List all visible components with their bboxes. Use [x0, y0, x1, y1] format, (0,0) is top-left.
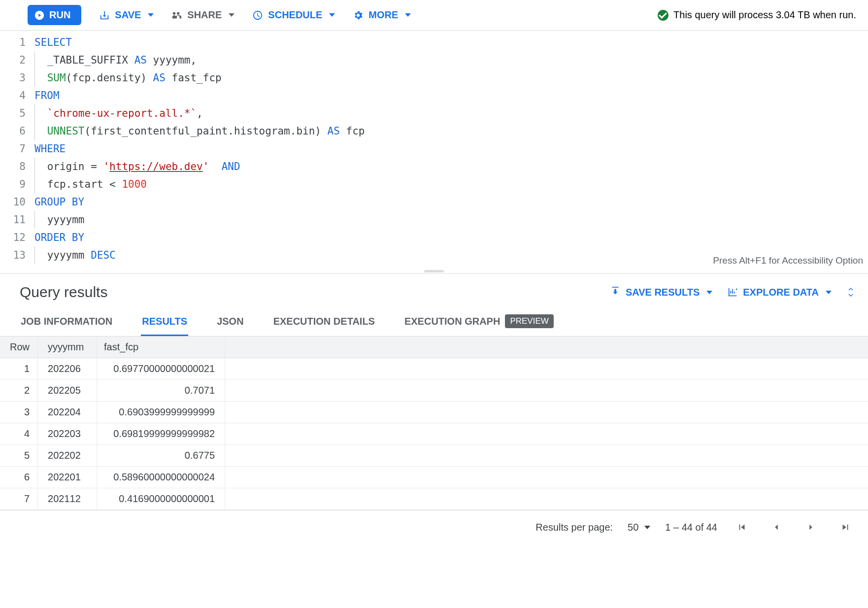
a11y-hint: Press Alt+F1 for Accessibility Option — [713, 255, 863, 266]
share-icon — [171, 10, 182, 21]
col-fast-fcp[interactable]: fast_fcp — [97, 337, 225, 358]
cell-yyyymm: 202201 — [38, 467, 97, 488]
table-row[interactable]: 52022020.6775 — [0, 445, 868, 467]
cell-fast-fcp: 0.69819999999999982 — [97, 423, 225, 445]
col-yyyymm[interactable]: yyyymm — [38, 337, 97, 358]
code-line[interactable]: 9 fcp.start < 1000 — [0, 175, 868, 193]
schedule-button[interactable]: SCHEDULE — [252, 9, 335, 21]
explore-data-button[interactable]: EXPLORE DATA — [727, 287, 832, 298]
chart-icon — [727, 287, 738, 298]
table-row[interactable]: 12022060.69770000000000021 — [0, 358, 868, 380]
code-content[interactable]: GROUP BY — [34, 193, 868, 211]
code-content[interactable]: _TABLE_SUFFIX AS yyyymm, — [34, 51, 868, 69]
line-number: 6 — [0, 122, 34, 140]
code-line[interactable]: 8 origin = 'https://web.dev' AND — [0, 158, 868, 175]
line-number: 7 — [0, 140, 34, 158]
schedule-label: SCHEDULE — [268, 9, 322, 21]
cell-row: 4 — [0, 423, 38, 445]
code-line[interactable]: 12ORDER BY — [0, 229, 868, 246]
explore-data-label: EXPLORE DATA — [743, 287, 819, 298]
more-button[interactable]: MORE — [353, 9, 411, 21]
query-status: This query will process 3.04 TB when run… — [658, 9, 856, 21]
code-content[interactable]: SUM(fcp.density) AS fast_fcp — [34, 69, 868, 87]
table-header-row: Row yyyymm fast_fcp — [0, 337, 868, 358]
code-content[interactable]: fcp.start < 1000 — [34, 175, 868, 193]
per-page-select[interactable]: 50 — [628, 522, 650, 533]
table-row[interactable]: 22022050.7071 — [0, 380, 868, 402]
tab-execution-details[interactable]: EXECUTION DETAILS — [272, 307, 376, 336]
indent-guide — [34, 246, 41, 264]
cell-fast-fcp: 0.6903999999999999 — [97, 402, 225, 423]
results-table: Row yyyymm fast_fcp 12022060.69770000000… — [0, 337, 868, 510]
prev-page-button[interactable] — [767, 517, 786, 537]
chevron-left-icon — [771, 522, 782, 533]
table-row[interactable]: 62022010.58960000000000024 — [0, 467, 868, 488]
tab-json[interactable]: JSON — [216, 307, 244, 336]
tab-job-information[interactable]: JOB INFORMATION — [20, 307, 113, 336]
indent-guide — [34, 69, 41, 87]
col-row[interactable]: Row — [0, 337, 38, 358]
code-line[interactable]: 5 `chrome-ux-report.all.*`, — [0, 104, 868, 122]
line-number: 12 — [0, 229, 34, 246]
cell-fast-fcp: 0.69770000000000021 — [97, 358, 225, 380]
per-page-value: 50 — [628, 522, 638, 533]
code-line[interactable]: 2 _TABLE_SUFFIX AS yyyymm, — [0, 51, 868, 69]
col-spacer — [225, 337, 868, 358]
download-icon — [610, 287, 621, 298]
save-results-button[interactable]: SAVE RESULTS — [610, 287, 712, 298]
indent-guide — [34, 104, 41, 122]
code-line[interactable]: 4FROM — [0, 87, 868, 104]
tab-execution-graph-label: EXECUTION GRAPH — [404, 316, 500, 327]
cell-spacer — [225, 488, 868, 510]
expand-collapse-button[interactable] — [846, 286, 855, 298]
code-line[interactable]: 11 yyyymm — [0, 211, 868, 229]
cell-row: 6 — [0, 467, 38, 488]
tab-results[interactable]: RESULTS — [141, 307, 188, 336]
editor-resize-handle[interactable]: Press Alt+F1 for Accessibility Option — [0, 269, 868, 274]
code-content[interactable]: origin = 'https://web.dev' AND — [34, 158, 868, 175]
table-row[interactable]: 32022040.6903999999999999 — [0, 402, 868, 423]
gear-icon — [353, 10, 364, 21]
code-line[interactable]: 6 UNNEST(first_contentful_paint.histogra… — [0, 122, 868, 140]
last-page-button[interactable] — [835, 517, 855, 537]
line-number: 9 — [0, 175, 34, 193]
code-line[interactable]: 10GROUP BY — [0, 193, 868, 211]
code-content[interactable]: WHERE — [34, 140, 868, 158]
run-button[interactable]: RUN — [28, 5, 81, 25]
cell-spacer — [225, 402, 868, 423]
cell-yyyymm: 202204 — [38, 402, 97, 423]
cell-spacer — [225, 445, 868, 467]
first-page-button[interactable] — [732, 517, 752, 537]
code-line[interactable]: 1SELECT — [0, 34, 868, 51]
indent-guide — [34, 158, 41, 175]
query-toolbar: RUN SAVE SHARE SCHEDULE MORE This query … — [0, 0, 868, 31]
share-button[interactable]: SHARE — [171, 9, 234, 21]
code-line[interactable]: 3 SUM(fcp.density) AS fast_fcp — [0, 69, 868, 87]
code-content[interactable]: `chrome-ux-report.all.*`, — [34, 104, 868, 122]
table-row[interactable]: 42022030.69819999999999982 — [0, 423, 868, 445]
first-page-icon — [736, 522, 747, 533]
line-number: 3 — [0, 69, 34, 87]
indent-guide — [34, 51, 41, 69]
code-content[interactable]: UNNEST(first_contentful_paint.histogram.… — [34, 122, 868, 140]
code-content[interactable]: FROM — [34, 87, 868, 104]
cell-fast-fcp: 0.6775 — [97, 445, 225, 467]
caret-down-icon — [405, 13, 411, 17]
table-row[interactable]: 72021120.4169000000000001 — [0, 488, 868, 510]
cell-fast-fcp: 0.4169000000000001 — [97, 488, 225, 510]
next-page-button[interactable] — [801, 517, 821, 537]
save-icon — [99, 10, 110, 21]
save-button[interactable]: SAVE — [99, 9, 154, 21]
sql-editor[interactable]: 1SELECT2 _TABLE_SUFFIX AS yyyymm,3 SUM(f… — [0, 31, 868, 269]
code-content[interactable]: SELECT — [34, 34, 868, 51]
indent-guide — [34, 211, 41, 229]
chevron-right-icon — [805, 522, 816, 533]
code-content[interactable]: yyyymm — [34, 211, 868, 229]
run-label: RUN — [49, 9, 70, 21]
cell-fast-fcp: 0.58960000000000024 — [97, 467, 225, 488]
tab-execution-graph[interactable]: EXECUTION GRAPH PREVIEW — [403, 307, 555, 336]
caret-down-icon — [329, 13, 335, 17]
cell-yyyymm: 202203 — [38, 423, 97, 445]
code-content[interactable]: ORDER BY — [34, 229, 868, 246]
code-line[interactable]: 7WHERE — [0, 140, 868, 158]
